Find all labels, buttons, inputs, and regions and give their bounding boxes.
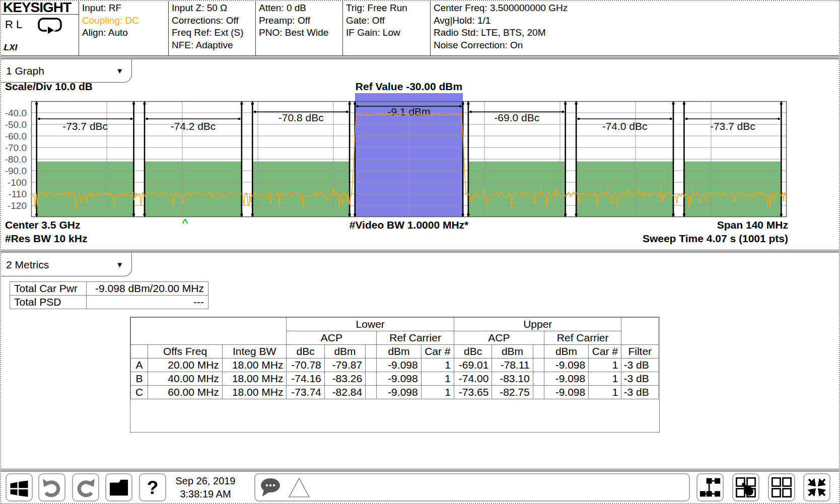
lower-ref-carrier-header: Ref Carrier xyxy=(377,331,454,345)
window-divider xyxy=(1,56,839,59)
upper-dbc-value: -73.65 xyxy=(454,386,492,399)
empty-header-cell xyxy=(621,318,659,345)
offset-letter: B xyxy=(131,372,148,386)
acp-results-table: Lower Upper ACP Ref Carrier ACP Ref Carr… xyxy=(130,317,659,399)
windows-start-button[interactable] xyxy=(6,473,33,501)
spectrum-plot[interactable]: -40.0-50.0-60.0-70.0-80.0-90.0-100-110-1… xyxy=(1,93,794,228)
svg-text:-110: -110 xyxy=(8,189,27,199)
integ-bw-value: 18.00 MHz xyxy=(222,358,287,372)
total-car-pwr-value: -9.098 dBm/20.00 MHz xyxy=(87,282,208,296)
svg-text:-70.8 dBc: -70.8 dBc xyxy=(278,112,324,123)
offs-freq-value: 20.00 MHz xyxy=(148,358,223,372)
upper-ref-carrier-header: Ref Carrier xyxy=(544,331,621,345)
help-button[interactable]: ? xyxy=(139,473,166,501)
ref-value-label[interactable]: Ref Value -30.00 dBm xyxy=(207,81,610,93)
header-col-impedance[interactable]: Input Z: 50 Ω Corrections: Off Freq Ref:… xyxy=(169,1,256,55)
gate-setting: Gate: Off xyxy=(346,15,430,27)
upper-acp-header: ACP xyxy=(454,331,544,345)
graph-window-selector[interactable]: 1 Graph ▼ xyxy=(1,59,132,83)
filter-header: Filter xyxy=(621,345,659,358)
lxi-logo: ⁄LXI xyxy=(4,42,17,54)
coupling-setting: Coupling: DC xyxy=(82,15,168,27)
spacer-cell xyxy=(533,386,544,399)
spacer-cell xyxy=(366,386,377,399)
svg-text:-74.2 dBc: -74.2 dBc xyxy=(170,120,216,132)
pno-setting: PNO: Best Wide xyxy=(259,27,342,39)
svg-text:-70.0: -70.0 xyxy=(5,142,27,153)
svg-text:-73.7 dBc: -73.7 dBc xyxy=(710,120,755,132)
car-num-header: Car # xyxy=(589,345,621,358)
clock[interactable]: Sep 26, 2019 3:38:19 AM xyxy=(170,474,241,500)
svg-text:-69.0 dBc: -69.0 dBc xyxy=(494,112,539,123)
svg-text:-80.0: -80.0 xyxy=(5,154,27,165)
header-col-freq[interactable]: Center Freq: 3.500000000 GHz Avg|Hold: 1… xyxy=(431,1,839,55)
status-message-area[interactable] xyxy=(254,473,690,501)
span-annotation[interactable]: Span 140 MHz xyxy=(717,219,788,231)
res-bw-annotation[interactable]: #Res BW 10 kHz xyxy=(5,233,87,245)
system-taskbar: ? Sep 26, 2019 3:38:19 AM xyxy=(1,468,839,504)
lower-ref-dbm-value: -9.098 xyxy=(377,386,421,399)
lower-dbm-value: -82.84 xyxy=(324,386,365,399)
lower-acp-header: ACP xyxy=(287,331,377,345)
table-row: Total PSD --- xyxy=(10,296,208,309)
file-explorer-button[interactable] xyxy=(105,473,132,501)
svg-text:-100: -100 xyxy=(8,177,27,188)
node-tree-icon xyxy=(699,476,721,498)
upper-car-num-value: 1 xyxy=(589,358,621,372)
radio-std-setting: Radio Std: LTE, BTS, 20M xyxy=(434,27,839,39)
offset-letter: A xyxy=(131,358,148,372)
window-divider xyxy=(1,249,839,253)
undo-button[interactable] xyxy=(38,473,65,501)
scale-per-div-label[interactable]: Scale/Div 10.0 dB xyxy=(5,81,93,93)
integ-bw-value: 18.00 MHz xyxy=(222,386,287,399)
if-gain-setting: IF Gain: Low xyxy=(346,27,430,39)
windows-logo-icon xyxy=(9,477,30,498)
window-layout-button[interactable] xyxy=(768,473,795,501)
measurement-setup-button[interactable] xyxy=(696,473,724,501)
filter-value: -3 dB xyxy=(621,372,659,386)
chevron-down-icon: ▼ xyxy=(116,66,123,75)
folder-icon xyxy=(108,478,129,497)
header-col-trigger[interactable]: Trig: Free Run Gate: Off IF Gain: Low xyxy=(343,1,431,55)
dbm-header: dBm xyxy=(544,345,588,358)
total-psd-label: Total PSD xyxy=(10,296,87,309)
header-col-atten[interactable]: Atten: 0 dB Preamp: Off PNO: Best Wide xyxy=(256,1,343,55)
svg-text:-60.0: -60.0 xyxy=(5,131,27,141)
preamp-setting: Preamp: Off xyxy=(259,15,342,27)
redo-button[interactable] xyxy=(72,473,99,501)
table-row-offset-c: C 60.00 MHz 18.00 MHz -73.74 -82.84 -9.0… xyxy=(131,386,659,399)
metrics-window-selector[interactable]: 2 Metrics ▼ xyxy=(1,253,132,276)
video-bw-annotation[interactable]: #Video BW 1.0000 MHz* xyxy=(207,219,610,231)
svg-text:-90.0: -90.0 xyxy=(5,166,27,176)
undo-icon xyxy=(41,477,63,497)
upper-dbm-value: -82.75 xyxy=(492,386,533,399)
input-setting: Input: RF xyxy=(82,2,168,15)
time-text: 3:38:19 AM xyxy=(170,487,241,500)
dbc-header: dBc xyxy=(454,345,492,358)
offset-letter: C xyxy=(131,386,148,399)
align-setting: Align: Auto xyxy=(82,27,168,39)
spacer-cell xyxy=(533,372,544,386)
header-col-input[interactable]: Input: RF Coupling: DC Align: Auto xyxy=(79,1,169,55)
upper-dbc-value: -69.01 xyxy=(454,358,492,372)
chevron-down-icon: ▼ xyxy=(116,260,123,269)
settings-header: KEYSIGHT R L ⁄LXI Input: RF Coupling: DC… xyxy=(1,1,839,56)
window-divider xyxy=(1,468,839,472)
sweep-time-annotation[interactable]: Sweep Time 4.07 s (1001 pts) xyxy=(643,233,788,245)
upper-group-header: Upper xyxy=(454,318,621,331)
center-freq-setting: Center Freq: 3.500000000 GHz xyxy=(434,2,839,15)
spacer-cell xyxy=(366,358,377,372)
upper-dbm-value: -83.10 xyxy=(492,372,533,386)
screen-select-button[interactable] xyxy=(732,473,759,501)
spacer-header xyxy=(366,345,377,358)
total-car-pwr-label: Total Car Pwr xyxy=(10,282,87,296)
continuous-sweep-icon xyxy=(37,17,63,39)
center-freq-annotation[interactable]: Center 3.5 GHz xyxy=(5,219,80,231)
redo-icon xyxy=(75,477,97,497)
svg-text:-50.0: -50.0 xyxy=(5,119,27,130)
table-row-offset-a: A 20.00 MHz 18.00 MHz -70.78 -79.87 -9.0… xyxy=(131,358,659,372)
svg-text:-73.7 dBc: -73.7 dBc xyxy=(62,120,108,132)
dbm-header: dBm xyxy=(377,345,421,358)
total-psd-value: --- xyxy=(87,296,208,309)
minimize-fullscreen-button[interactable] xyxy=(803,473,830,501)
